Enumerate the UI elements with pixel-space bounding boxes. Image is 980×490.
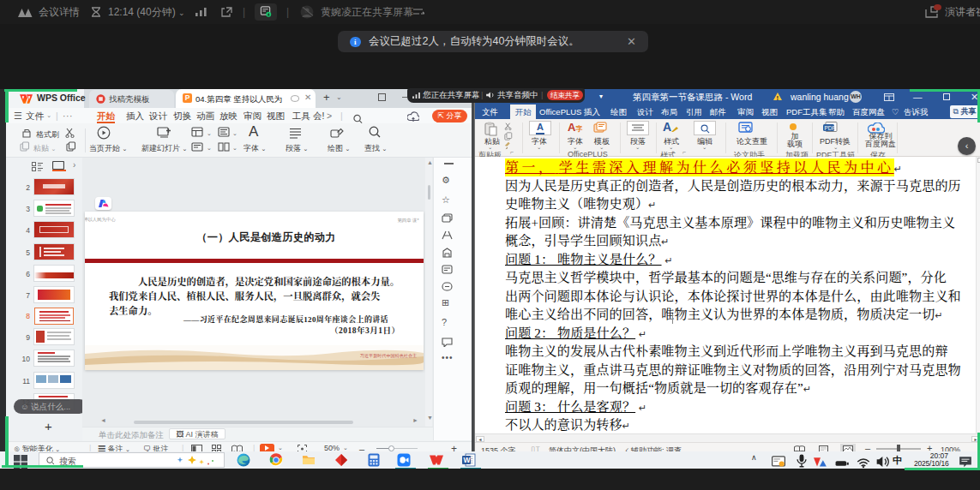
svg-text:W: W bbox=[464, 456, 472, 464]
svg-text:PDF: PDF bbox=[825, 125, 836, 131]
